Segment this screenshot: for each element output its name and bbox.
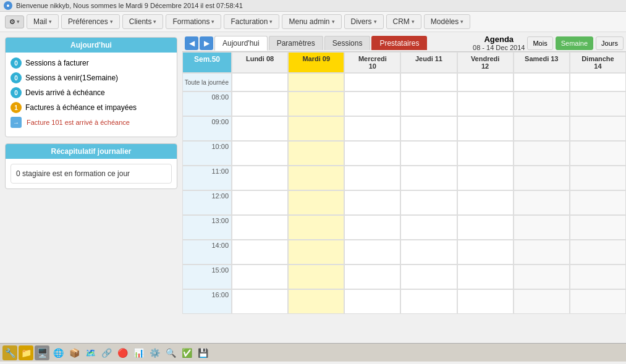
nav-facturation-label: Facturation xyxy=(231,17,268,26)
taskbar-add-icon[interactable]: 📦 xyxy=(67,345,82,360)
day-cell xyxy=(344,289,400,314)
time-cell: 09:00 xyxy=(182,116,232,141)
day-cell xyxy=(288,91,344,116)
day-cell xyxy=(514,289,570,314)
day-cell xyxy=(457,141,514,166)
taskbar: 🔧 📁 🖥️ 🌐 📦 🗺️ 🔗 🔴 📊 ⚙️ 🔍 ✅ 💾 xyxy=(0,343,626,362)
nav-mail-label: Mail xyxy=(33,17,47,26)
day-cell xyxy=(457,265,514,289)
nav-modeles-label: Modèles xyxy=(431,17,459,26)
hour-rows: 08:0009:0010:0011:0012:0013:0014:0015:00… xyxy=(182,91,626,314)
day-cell xyxy=(514,166,570,190)
sessions-venir-label: Sessions à venir(1Semaine) xyxy=(25,74,118,82)
gear-icon: ⚙ xyxy=(9,18,15,26)
taskbar-save-icon[interactable]: 💾 xyxy=(195,345,210,360)
tab-aujourdhui[interactable]: Aujourd'hui xyxy=(214,36,268,51)
nav-formations[interactable]: Formations ▾ xyxy=(166,14,221,29)
nav-preferences[interactable]: Préférences ▾ xyxy=(61,14,120,29)
factures-label: Factures à échéance et impayées xyxy=(25,103,137,112)
nav-crm-arrow: ▾ xyxy=(412,19,415,25)
sidebar: Aujourd'hui 0 Sessions à facturer 0 Sess… xyxy=(0,32,182,343)
taskbar-globe-icon[interactable]: 🌐 xyxy=(51,345,66,360)
calendar-header: Sem.50 Lundi 08 Mardi 09 Mercredi10 Jeud… xyxy=(182,52,626,73)
nav-menu-admin-label: Menu admin xyxy=(289,17,329,26)
taskbar-link-icon[interactable]: 🔗 xyxy=(99,345,114,360)
prev-button[interactable]: ◀ xyxy=(185,36,198,50)
day-cell xyxy=(232,265,288,289)
day-cell xyxy=(232,116,288,141)
daily-box: Récapitulatif journalier 0 stagiaire est… xyxy=(5,143,177,189)
allday-row: Toute la journée xyxy=(182,73,626,91)
alert-link-icon[interactable]: → xyxy=(11,117,22,128)
nav-formations-label: Formations xyxy=(172,17,209,26)
taskbar-wrench-icon[interactable]: 🔧 xyxy=(2,345,17,360)
day-header-vendredi: Vendredi12 xyxy=(457,52,514,73)
nav-mail[interactable]: Mail ▾ xyxy=(27,14,59,29)
allday-jeudi xyxy=(400,73,457,91)
day-cell xyxy=(570,190,626,215)
nav-crm[interactable]: CRM ▾ xyxy=(386,14,421,29)
taskbar-monitor-icon[interactable]: 🖥️ xyxy=(35,345,49,360)
agenda-title: Agenda xyxy=(473,35,525,44)
day-cell xyxy=(400,215,457,240)
day-cell xyxy=(344,265,400,289)
day-header-dimanche: Dimanche14 xyxy=(570,52,626,73)
day-header-lundi: Lundi 08 xyxy=(232,52,288,73)
day-cell xyxy=(457,215,514,240)
view-semaine[interactable]: Semaine xyxy=(556,36,593,50)
nav-divers-arrow: ▾ xyxy=(374,19,377,25)
time-cell: 11:00 xyxy=(182,166,232,190)
day-cell xyxy=(457,190,514,215)
day-cell xyxy=(570,91,626,116)
day-cell xyxy=(288,289,344,314)
day-cell xyxy=(232,91,288,116)
badge-devis: 0 xyxy=(11,87,22,98)
day-cell xyxy=(400,265,457,289)
nav-mail-arrow: ▾ xyxy=(49,19,52,25)
time-cell: 15:00 xyxy=(182,265,232,289)
nav-clients[interactable]: Clients ▾ xyxy=(122,14,164,29)
status-icon: ● xyxy=(4,1,12,10)
taskbar-red-icon[interactable]: 🔴 xyxy=(115,345,130,360)
day-cell xyxy=(344,91,400,116)
time-cell: 16:00 xyxy=(182,289,232,314)
day-cell xyxy=(400,166,457,190)
agenda-info: Agenda 08 - 14 Dec 2014 xyxy=(473,35,525,51)
alert-row: → Facture 101 est arrivé à échéance xyxy=(11,117,172,128)
taskbar-folder-icon[interactable]: 📁 xyxy=(19,345,33,360)
nav-divers[interactable]: Divers ▾ xyxy=(344,14,384,29)
top-bar: ● Bienvenue nikkyb, Nous sommes le Mardi… xyxy=(0,0,626,12)
today-box-title: Aujourd'hui xyxy=(6,38,177,53)
tab-sessions[interactable]: Sessions xyxy=(324,36,371,50)
agenda-dates: 08 - 14 Dec 2014 xyxy=(473,44,525,51)
nav-modeles[interactable]: Modèles ▾ xyxy=(424,14,470,29)
taskbar-chart-icon[interactable]: 📊 xyxy=(131,345,146,360)
taskbar-map-icon[interactable]: 🗺️ xyxy=(83,345,98,360)
taskbar-settings-icon[interactable]: ⚙️ xyxy=(147,345,162,360)
day-cell xyxy=(514,190,570,215)
day-cell xyxy=(514,215,570,240)
day-cell xyxy=(514,116,570,141)
allday-mercredi xyxy=(344,73,400,91)
view-jours[interactable]: Jours xyxy=(596,36,624,50)
hour-row: 12:00 xyxy=(182,190,626,215)
taskbar-search-icon[interactable]: 🔍 xyxy=(163,345,178,360)
nav-formations-arrow: ▾ xyxy=(211,19,214,25)
tab-prestataires[interactable]: Prestataires xyxy=(371,36,427,50)
hour-row: 15:00 xyxy=(182,265,626,289)
tab-parametres[interactable]: Paramètres xyxy=(269,36,323,50)
day-cell xyxy=(570,215,626,240)
calendar-grid[interactable]: Sem.50 Lundi 08 Mardi 09 Mercredi10 Jeud… xyxy=(182,52,626,343)
next-button[interactable]: ▶ xyxy=(200,36,213,50)
taskbar-check-icon[interactable]: ✅ xyxy=(179,345,194,360)
gear-button[interactable]: ⚙ ▾ xyxy=(5,15,24,28)
day-cell xyxy=(344,141,400,166)
nav-modeles-arrow: ▾ xyxy=(460,19,463,25)
day-cell xyxy=(288,190,344,215)
nav-menu-admin[interactable]: Menu admin ▾ xyxy=(282,14,341,29)
nav-facturation[interactable]: Facturation ▾ xyxy=(224,14,279,29)
navbar: ⚙ ▾ Mail ▾ Préférences ▾ Clients ▾ Forma… xyxy=(0,12,626,32)
day-cell xyxy=(570,141,626,166)
day-cell xyxy=(232,215,288,240)
view-mois[interactable]: Mois xyxy=(527,36,552,50)
